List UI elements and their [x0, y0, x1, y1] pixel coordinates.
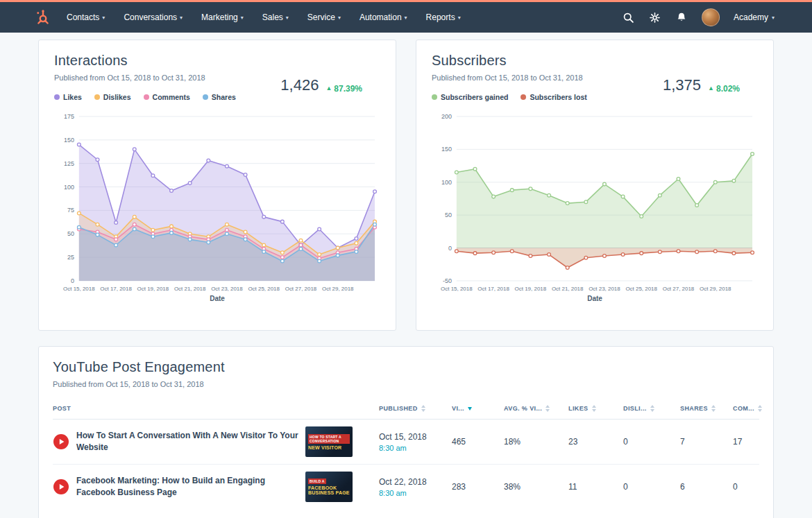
svg-text:Oct 25, 2018: Oct 25, 2018 — [248, 286, 280, 292]
subscribers-total: 1,375 ▲ 8.02% — [663, 76, 740, 94]
table-row[interactable]: How To Start A Conversation With A New V… — [53, 420, 759, 465]
search-icon[interactable] — [623, 11, 635, 24]
nav-item-label: Automation — [360, 12, 402, 22]
academy-menu[interactable]: Academy ▾ — [734, 12, 775, 22]
gear-icon[interactable] — [649, 11, 661, 24]
hubspot-dashboard: Contacts▾ Conversations▾ Marketing▾ Sale… — [0, 0, 812, 518]
column-header-published[interactable]: PUBLISHED — [379, 405, 452, 412]
hubspot-logo[interactable] — [35, 9, 51, 26]
nav-menu: Contacts▾ Conversations▾ Marketing▾ Sale… — [67, 12, 461, 22]
nav-item-reports[interactable]: Reports▾ — [426, 12, 461, 22]
youtube-engagement-card: YouTube Post Engagement Published from O… — [38, 346, 774, 518]
svg-text:Oct 21, 2018: Oct 21, 2018 — [552, 286, 584, 292]
thumbnail-tag-text: BUILD A — [308, 478, 326, 484]
sort-icon[interactable] — [650, 405, 654, 412]
nav-item-sales[interactable]: Sales▾ — [262, 12, 289, 22]
change-badge: ▲ 8.02% — [708, 84, 740, 94]
likes-cell: 11 — [568, 482, 623, 492]
legend-dot — [144, 94, 149, 100]
sprocket-icon — [35, 9, 51, 26]
engagement-table: POST PUBLISHED VI... AVG. % VI... LIKES … — [53, 405, 759, 509]
legend-item-dislikes[interactable]: Dislikes — [94, 93, 131, 101]
legend-dot — [54, 94, 60, 100]
sort-icon[interactable] — [711, 405, 716, 412]
shares-cell: 6 — [680, 482, 733, 492]
up-arrow-icon: ▲ — [325, 85, 332, 92]
up-arrow-icon: ▲ — [708, 85, 714, 92]
sort-icon[interactable] — [545, 405, 550, 412]
post-title-link[interactable]: How To Start A Conversation With A New V… — [76, 430, 298, 454]
notifications-bell-icon[interactable] — [675, 11, 688, 24]
svg-text:Oct 15, 2018: Oct 15, 2018 — [63, 286, 95, 292]
user-avatar[interactable] — [702, 8, 720, 26]
subscribers-line-chart: -50050100150200Oct 15, 2018Oct 17, 2018O… — [432, 110, 758, 295]
interactions-card: Interactions Published from Oct 15, 2018… — [38, 40, 396, 331]
legend-dot — [521, 94, 526, 100]
sort-icon[interactable] — [421, 405, 425, 412]
sort-icon[interactable] — [758, 405, 762, 412]
card-title: Subscribers — [432, 53, 758, 69]
youtube-icon — [53, 433, 69, 450]
table-header-row: POST PUBLISHED VI... AVG. % VI... LIKES … — [53, 405, 759, 420]
legend-item-likes[interactable]: Likes — [54, 93, 82, 101]
legend-dot — [94, 94, 100, 100]
post-title-link[interactable]: Facebook Marketing: How to Build an Enga… — [76, 475, 298, 499]
nav-item-label: Reports — [426, 12, 455, 22]
nav-item-label: Conversations — [124, 12, 177, 22]
sort-desc-icon[interactable] — [468, 407, 472, 411]
academy-label: Academy — [734, 12, 768, 22]
nav-item-conversations[interactable]: Conversations▾ — [124, 12, 183, 22]
sort-icon[interactable] — [592, 405, 596, 412]
table-row[interactable]: Facebook Marketing: How to Build an Enga… — [53, 465, 759, 509]
nav-item-automation[interactable]: Automation▾ — [360, 12, 407, 22]
change-badge: ▲ 87.39% — [325, 84, 362, 94]
chevron-down-icon: ▾ — [180, 15, 183, 21]
published-cell: Oct 22, 2018 8:30 am — [379, 477, 452, 497]
card-title: Interactions — [54, 53, 380, 69]
post-cell[interactable]: How To Start A Conversation With A New V… — [53, 426, 379, 457]
delta-value: 8.02% — [716, 84, 740, 94]
legend-label: Likes — [63, 93, 82, 101]
legend-item-shares[interactable]: Shares — [203, 93, 236, 101]
nav-item-label: Contacts — [67, 12, 99, 22]
nav-item-service[interactable]: Service▾ — [307, 12, 341, 22]
column-header-comments[interactable]: COM... — [733, 405, 761, 412]
legend-item-lost[interactable]: Subscribers lost — [521, 93, 586, 101]
svg-text:Oct 29, 2018: Oct 29, 2018 — [700, 286, 731, 292]
comments-cell: 0 — [733, 482, 761, 492]
dislikes-cell: 0 — [623, 482, 680, 492]
delta-value: 87.39% — [334, 84, 362, 94]
interactions-total: 1,426 ▲ 87.39% — [280, 76, 362, 94]
svg-text:0: 0 — [448, 245, 452, 252]
published-cell: Oct 15, 2018 8:30 am — [379, 432, 452, 452]
column-header-dislikes[interactable]: DISLI... — [623, 405, 680, 412]
column-header-views[interactable]: VI... — [452, 405, 504, 412]
svg-text:Oct 15, 2018: Oct 15, 2018 — [441, 286, 473, 292]
svg-text:Oct 25, 2018: Oct 25, 2018 — [625, 286, 657, 292]
dashboard-content: Interactions Published from Oct 15, 2018… — [0, 33, 812, 518]
svg-text:150: 150 — [64, 137, 74, 144]
column-header-shares[interactable]: SHARES — [680, 405, 733, 412]
published-date: Oct 22, 2018 — [379, 477, 452, 487]
nav-item-label: Service — [307, 12, 335, 22]
svg-text:Oct 29, 2018: Oct 29, 2018 — [322, 286, 354, 292]
nav-item-marketing[interactable]: Marketing▾ — [201, 12, 244, 22]
column-header-likes[interactable]: LIKES — [568, 405, 623, 412]
svg-text:Oct 17, 2018: Oct 17, 2018 — [477, 286, 509, 292]
nav-item-contacts[interactable]: Contacts▾ — [67, 12, 105, 22]
svg-text:Oct 19, 2018: Oct 19, 2018 — [137, 286, 169, 292]
nav-item-label: Sales — [262, 12, 283, 22]
column-header-avg-viewed[interactable]: AVG. % VI... — [504, 405, 568, 412]
published-time: 8:30 am — [379, 489, 452, 497]
legend-item-comments[interactable]: Comments — [144, 93, 190, 101]
legend-label: Shares — [212, 93, 236, 101]
svg-text:Oct 23, 2018: Oct 23, 2018 — [211, 286, 243, 292]
svg-text:Oct 23, 2018: Oct 23, 2018 — [589, 286, 620, 292]
legend-item-gained[interactable]: Subscribers gained — [432, 93, 508, 101]
video-thumbnail: HOW TO START A CONVERSATION NEW VISITOR — [305, 426, 353, 457]
svg-text:175: 175 — [64, 113, 74, 120]
comments-cell: 17 — [733, 437, 761, 447]
legend-dot — [203, 94, 208, 100]
svg-text:125: 125 — [64, 160, 74, 167]
post-cell[interactable]: Facebook Marketing: How to Build an Enga… — [53, 472, 379, 502]
